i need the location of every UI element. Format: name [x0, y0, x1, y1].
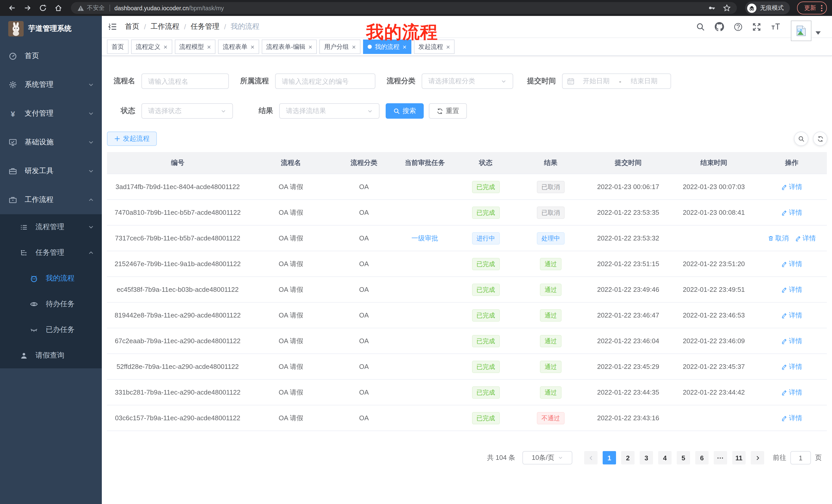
page-button[interactable]: 3 [640, 451, 653, 465]
table-header-row: 编号流程名流程分类当前审批任务状态结果提交时间结束时间操作 [107, 152, 827, 174]
close-icon[interactable]: × [352, 44, 356, 50]
bookmark-star-icon[interactable] [723, 4, 731, 12]
sidebar-item-workflow[interactable]: 工作流程 [0, 186, 102, 214]
detail-action-link[interactable]: 详情 [781, 413, 802, 423]
show-search-button[interactable] [794, 132, 808, 146]
avatar[interactable] [791, 21, 811, 41]
breadcrumb-item[interactable]: 任务管理 [191, 22, 219, 31]
security-warning-icon[interactable] [77, 4, 84, 11]
page-size-select[interactable]: 10条/页 [522, 451, 572, 465]
detail-action-link[interactable]: 详情 [781, 388, 802, 397]
cell-category: OA [334, 251, 394, 277]
close-icon[interactable]: × [163, 44, 167, 50]
owner-process-input[interactable] [275, 74, 375, 89]
page-button[interactable]: 11 [732, 451, 746, 465]
cell-current-task [394, 174, 455, 200]
jump-page-input[interactable] [790, 451, 811, 465]
next-page-button[interactable] [751, 451, 764, 465]
github-icon[interactable] [715, 22, 724, 31]
cell-category: OA [334, 174, 394, 200]
sidebar-item-task-mgmt[interactable]: 任务管理 [0, 240, 102, 265]
status-badge: 已完成 [472, 283, 499, 296]
cell-actions: 详情 [757, 200, 827, 225]
close-icon[interactable]: × [402, 44, 407, 50]
close-icon[interactable]: × [207, 44, 211, 50]
browser-back-icon[interactable] [5, 1, 19, 15]
fullscreen-icon[interactable] [752, 22, 761, 31]
search-button[interactable]: 搜索 [386, 103, 424, 119]
cell-result: 通过 [516, 302, 586, 328]
password-key-icon[interactable] [708, 4, 716, 12]
sidebar-item-home[interactable]: 首页 [0, 41, 102, 71]
breadcrumb-item[interactable]: 首页 [125, 22, 139, 31]
address-bar[interactable]: 不安全 dashboard.yudao.iocoder.cn /bpm/task… [71, 2, 737, 14]
reset-button[interactable]: 重置 [429, 103, 467, 119]
help-icon[interactable] [734, 22, 743, 31]
prev-page-button[interactable] [584, 451, 598, 465]
page-button[interactable]: 5 [677, 451, 690, 465]
page-button[interactable]: 4 [658, 451, 672, 465]
detail-action-link[interactable]: 详情 [781, 208, 802, 217]
close-icon[interactable]: × [309, 44, 312, 50]
result-select[interactable]: 请选择流结果 [279, 103, 380, 119]
result-badge: 通过 [540, 360, 562, 373]
tab-process-definition[interactable]: 流程定义× [131, 39, 172, 54]
breadcrumb-item[interactable]: 工作流程 [151, 22, 179, 31]
start-process-button[interactable]: 发起流程 [107, 132, 157, 146]
detail-action-link[interactable]: 详情 [781, 362, 802, 371]
process-name-input[interactable] [141, 74, 229, 89]
font-size-icon[interactable] [771, 23, 781, 31]
cell-process-name: OA 请假 [249, 328, 334, 354]
cancel-action-link[interactable]: 取消 [768, 233, 788, 243]
category-select[interactable]: 请选择流程分类 [422, 74, 513, 89]
caret-down-icon[interactable] [815, 31, 821, 35]
search-icon[interactable] [696, 22, 705, 31]
page-ellipsis-button[interactable]: ··· [714, 451, 727, 465]
detail-action-link[interactable]: 详情 [781, 285, 802, 294]
sidebar-item-todo-tasks[interactable]: 待办任务 [0, 291, 102, 317]
detail-action-link[interactable]: 详情 [781, 259, 802, 269]
app-logo[interactable]: 芋道管理系统 [0, 16, 102, 41]
refresh-table-button[interactable] [813, 132, 827, 146]
submit-time-range-picker[interactable]: 开始日期 - 结束日期 [562, 74, 671, 89]
cell-status: 已完成 [455, 200, 516, 225]
browser-update-button[interactable]: 更新 [797, 2, 827, 15]
browser-forward-icon[interactable] [21, 1, 34, 15]
page-button[interactable]: 6 [695, 451, 709, 465]
page-button-current[interactable]: 1 [603, 451, 616, 465]
column-header: 流程名 [249, 152, 334, 174]
page-jumper: 前往 页 [773, 451, 822, 465]
sidebar-item-system[interactable]: 系统管理 [0, 71, 102, 99]
cell-status: 已完成 [455, 174, 516, 200]
sidebar-item-my-process[interactable]: 我的流程 [0, 265, 102, 291]
tab-user-group[interactable]: 用户分组× [319, 39, 361, 54]
tab-home[interactable]: 首页 [107, 39, 129, 54]
close-icon[interactable]: × [446, 44, 450, 50]
sidebar-collapse-icon[interactable] [108, 22, 117, 31]
detail-action-link[interactable]: 详情 [795, 233, 816, 243]
browser-reload-icon[interactable] [36, 1, 49, 15]
tab-process-form-edit[interactable]: 流程表单-编辑× [262, 39, 317, 54]
status-select[interactable]: 请选择状态 [141, 103, 233, 119]
incognito-label: 无痕模式 [760, 4, 784, 12]
close-icon[interactable]: × [251, 44, 254, 50]
current-task-link[interactable]: 一级审批 [411, 234, 438, 242]
page-button[interactable]: 2 [621, 451, 634, 465]
sidebar-item-infra[interactable]: 基础设施 [0, 128, 102, 157]
detail-action-link[interactable]: 详情 [781, 336, 802, 345]
detail-action-link[interactable]: 详情 [781, 182, 802, 191]
status-badge: 已完成 [472, 180, 499, 193]
browser-menu-dots-icon[interactable] [821, 4, 823, 11]
tab-process-model[interactable]: 流程模型× [175, 39, 215, 54]
sidebar-item-devtools[interactable]: 研发工具 [0, 157, 102, 186]
detail-action-link[interactable]: 详情 [781, 311, 802, 320]
sidebar-item-leave-query[interactable]: 请假查询 [0, 343, 102, 368]
sidebar-item-process-mgmt[interactable]: 流程管理 [0, 214, 102, 240]
sidebar-item-pay[interactable]: ¥ 支付管理 [0, 99, 102, 128]
tab-process-form[interactable]: 流程表单× [218, 39, 259, 54]
browser-home-icon[interactable] [51, 1, 65, 15]
status-badge: 进行中 [472, 232, 499, 244]
sidebar-item-label: 首页 [25, 51, 39, 61]
sidebar-item-done-tasks[interactable]: 已办任务 [0, 317, 102, 343]
cell-actions: 详情 [757, 251, 827, 277]
